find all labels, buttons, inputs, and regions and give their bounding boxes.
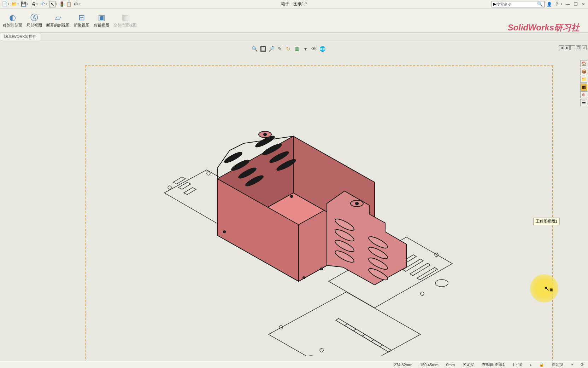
globe-icon[interactable]: ⊕ [580,91,587,98]
section-removed-icon: ◐ [7,13,18,23]
status-scale-dropdown[interactable]: ▴ [529,363,533,366]
subwindow-controls: ◀ ▶ — ❐ ✕ [559,45,587,50]
new-dropdown[interactable]: ▾ [8,2,9,6]
undo-icon[interactable]: ↶ [40,1,46,7]
open-file-icon[interactable]: 📂 [11,1,17,7]
settings-dropdown[interactable]: ▾ [79,2,81,6]
sub-restore-icon[interactable]: ❐ [576,45,581,50]
sub-close-icon[interactable]: ✕ [582,45,587,50]
view-toolbar: 🔍 🔲 🔎 ✎ ↻ ▦ ▾ 👁 🌐 [251,45,326,52]
search-input[interactable] [496,2,537,6]
select-dropdown[interactable]: ▾ [55,2,57,6]
right-sidebar: 🏠 📦 📁 ▦ ⊕ ☰ [580,60,587,106]
status-refresh-icon[interactable]: ⟳ [579,362,585,367]
watermark-text: SolidWorks研习社 [507,22,580,33]
status-custom-dropdown[interactable]: ▾ [570,363,574,366]
grid-icon[interactable]: ▦ [580,84,587,91]
sub-prev-icon[interactable]: ◀ [559,45,564,50]
status-z: 0mm [445,363,456,367]
open-dropdown[interactable]: ▾ [17,2,19,6]
search-icon[interactable]: 🔍 [537,1,543,7]
restore-icon[interactable]: ❐ [572,1,579,7]
display-style-icon[interactable]: ▦ [293,45,300,52]
ribbon-label: 移除的剖面 [3,23,22,28]
ribbon: ◐ 移除的剖面 Ⓐ 局部视图 ▱ 断开的剖视图 ⊟ 断裂视图 ▣ 剪裁视图 ▥ … [0,8,588,33]
sub-minimize-icon[interactable]: — [570,45,575,50]
pan-icon[interactable]: ✎ [276,45,283,52]
ribbon-label: 断开的剖视图 [46,23,70,28]
svg-point-28 [223,231,225,233]
layers-icon[interactable]: 📦 [580,68,587,75]
cursor-icon: ↖▦ [544,285,553,293]
appearance-icon[interactable]: 🌐 [319,45,326,52]
ribbon-label: 局部视图 [27,23,42,28]
svg-point-1 [207,172,210,175]
zoom-area-icon[interactable]: 🔲 [259,45,266,52]
close-icon[interactable]: ✕ [580,1,587,7]
ribbon-label: 交替位置视图 [113,23,137,28]
tab-bar: OLIDWORKS 插件 [0,33,588,40]
tab-solidworks-addins[interactable]: OLIDWORKS 插件 [0,33,40,40]
status-custom[interactable]: 自定义 [551,362,565,367]
list-icon[interactable]: ☰ [580,99,587,106]
undo-dropdown[interactable]: ▾ [46,2,47,6]
view-orientation-icon[interactable]: ▾ [302,45,309,52]
status-scale[interactable]: 1 : 10 [511,363,524,367]
ribbon-broken-section[interactable]: ▱ 断开的剖视图 [44,12,72,29]
broken-section-icon: ▱ [52,13,64,23]
options-icon[interactable]: 📋 [66,1,72,7]
rebuild-icon[interactable]: 🚦 [59,1,65,7]
rotate-icon[interactable]: ↻ [285,45,292,52]
svg-point-0 [168,186,171,189]
hide-show-icon[interactable]: 👁 [310,45,317,52]
status-editing: 在编辑 图纸1 [481,362,506,367]
status-x: 274.82mm [393,363,414,367]
user-icon[interactable]: 👤 [546,1,552,7]
ribbon-detail-view[interactable]: Ⓐ 局部视图 [24,12,44,29]
home-icon[interactable]: 🏠 [580,60,587,67]
crop-view-icon: ▣ [96,13,107,23]
status-mode: 欠定义 [461,362,476,367]
ribbon-break-view[interactable]: ⊟ 断裂视图 [72,12,92,29]
settings-icon[interactable]: ⚙ [73,1,79,7]
help-icon[interactable]: ? [554,1,560,7]
detail-view-icon: Ⓐ [29,13,40,23]
status-lock-icon[interactable]: 🔒 [538,362,546,367]
alt-position-icon: ▥ [119,13,131,23]
search-prefix-icon: ▶ [493,2,496,6]
model-svg [152,108,477,356]
select-icon[interactable]: ↖ [49,1,55,7]
quick-access-toolbar: 📄▾ 📂▾ 💾▾ 🖨▾ ↶▾ ↖▾ 🚦 📋 ⚙▾ [0,1,82,7]
title-right-controls: ▶ 🔍 👤 ?▾ — ❐ ✕ [492,1,587,7]
svg-point-25 [264,133,266,136]
model-view[interactable] [152,108,477,356]
document-title: 箱子 - 图纸1 * [281,1,307,7]
svg-point-2 [320,349,323,352]
svg-point-7 [435,280,448,287]
zoom-prev-icon[interactable]: 🔎 [268,45,275,52]
save-dropdown[interactable]: ▾ [27,2,28,6]
ribbon-section-removed[interactable]: ◐ 移除的剖面 [1,12,24,29]
svg-point-30 [303,277,305,279]
ribbon-label: 断裂视图 [74,23,89,28]
ribbon-label: 剪裁视图 [94,23,109,28]
svg-point-29 [290,195,293,197]
title-bar: 📄▾ 📂▾ 💾▾ 🖨▾ ↶▾ ↖▾ 🚦 📋 ⚙▾ 箱子 - 图纸1 * ▶ 🔍 … [0,0,588,8]
view-tooltip: 工程图视图1 [533,218,560,225]
new-file-icon[interactable]: 📄 [1,1,8,7]
status-bar: 274.82mm 159.45mm 0mm 欠定义 在编辑 图纸1 1 : 10… [0,361,588,368]
folder-icon[interactable]: 📁 [580,76,587,83]
print-dropdown[interactable]: ▾ [36,2,38,6]
svg-point-3 [279,326,283,329]
sub-next-icon[interactable]: ▶ [565,45,570,50]
search-box[interactable]: ▶ 🔍 [492,1,545,7]
zoom-fit-icon[interactable]: 🔍 [251,45,258,52]
svg-point-4 [421,292,424,295]
minimize-icon[interactable]: — [565,1,571,7]
drawing-area[interactable]: 工程图视图1 ↖▦ [0,41,588,361]
save-icon[interactable]: 💾 [20,1,27,7]
ribbon-crop-view[interactable]: ▣ 剪裁视图 [92,12,111,29]
break-view-icon: ⊟ [76,13,87,23]
svg-point-27 [355,202,358,205]
print-icon[interactable]: 🖨 [30,1,36,7]
